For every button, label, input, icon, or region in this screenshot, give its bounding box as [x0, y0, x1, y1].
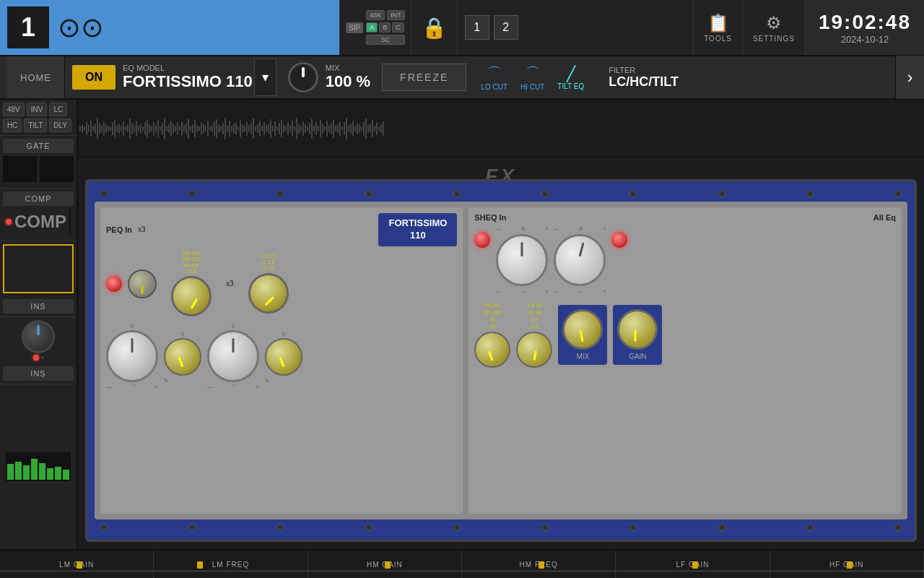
sheq-gain2-knob[interactable]	[554, 234, 606, 286]
screw	[806, 190, 814, 197]
hm-freq-thumb[interactable]	[539, 561, 544, 569]
tilt-button[interactable]: TILT	[24, 118, 47, 132]
wf-line	[244, 126, 245, 131]
level-meter	[6, 452, 71, 481]
wf-line	[199, 126, 200, 131]
wf-line	[324, 126, 326, 131]
b2-pos: +	[603, 289, 606, 295]
wf-line	[125, 126, 126, 131]
lm-freq-track	[154, 570, 307, 572]
wf-line	[175, 126, 176, 131]
peq-freq-knob[interactable]	[171, 276, 212, 316]
fortissimo-badge: FORTISSIMO 110	[378, 213, 457, 246]
wf-line	[240, 120, 241, 137]
sip-b-btn[interactable]: B	[379, 22, 391, 33]
lo-cut-button[interactable]: ⌒ LO CUT	[481, 64, 507, 91]
wf-line	[357, 123, 358, 134]
ins2-button[interactable]: INS	[3, 366, 74, 381]
wf-line	[79, 126, 81, 131]
top-bar: 1 ⊙⊙ SIP 48K INT A B C SC 🔒 1 2 📋 TOOLS …	[0, 0, 924, 56]
48v-button[interactable]: 48V	[3, 103, 25, 116]
tilt-eq-button[interactable]: ╱ TILT EQ	[557, 65, 584, 90]
peq-gain-knob[interactable]	[106, 330, 158, 382]
settings-button[interactable]: ⚙ SETTINGS	[742, 0, 805, 55]
hc-button[interactable]: HC	[3, 118, 22, 132]
wf-line	[166, 126, 167, 131]
hi-cut-icon: ⌒	[526, 64, 540, 83]
tools-label: TOOLS	[704, 35, 732, 43]
settings-label: SETTINGS	[753, 35, 795, 43]
lf-gain-thumb[interactable]	[692, 561, 698, 569]
bottom-meter-area	[0, 384, 77, 549]
sheq-gain-knob[interactable]	[614, 306, 661, 353]
sheq-led[interactable]	[474, 232, 490, 248]
sheq-freq2-knob[interactable]	[516, 332, 552, 368]
hf-gain-thumb[interactable]	[847, 561, 853, 569]
tools-button[interactable]: 📋 TOOLS	[693, 0, 742, 55]
peq-knob-yellow[interactable]	[128, 269, 157, 298]
home-button[interactable]: HOME	[7, 56, 65, 98]
mix-label: MIX	[326, 64, 370, 72]
sip-c-btn[interactable]: C	[392, 22, 404, 33]
bottom-screws-row	[95, 522, 907, 532]
sheq-freq2-area: 6.8 1015 184.73.3	[516, 302, 552, 368]
wf-line	[212, 125, 213, 132]
wf-line	[259, 121, 261, 137]
wf-line	[190, 126, 191, 131]
sheq-gain1-knob[interactable]	[496, 234, 548, 286]
screw	[100, 524, 108, 531]
next-button[interactable]: ›	[895, 56, 924, 99]
peq-led[interactable]	[106, 276, 122, 292]
ins1-button[interactable]: INS	[3, 299, 74, 314]
comp-led	[6, 219, 12, 225]
wf-line	[268, 124, 269, 134]
inv-button[interactable]: INV	[27, 103, 48, 116]
screw	[629, 190, 637, 197]
plus2-label: +	[256, 384, 259, 392]
comp-button[interactable]: COMP	[3, 191, 74, 206]
sc-badge: SC	[366, 35, 405, 45]
band2-bottom: — ⌣ +	[554, 289, 606, 295]
hm-gain-track	[308, 570, 461, 572]
channel-2-button[interactable]: 2	[494, 15, 518, 40]
peq-q-knob[interactable]	[164, 338, 201, 376]
wf-line	[160, 126, 161, 131]
mix-knob[interactable]	[288, 62, 318, 92]
wf-line	[337, 124, 339, 133]
peq-gain2-knob[interactable]	[207, 330, 259, 382]
wf-line	[374, 126, 375, 131]
gain-knob[interactable]	[22, 320, 55, 353]
wf-line	[372, 120, 373, 137]
peq-q2-knob[interactable]	[265, 338, 302, 376]
dly-button[interactable]: DLY	[49, 118, 71, 132]
gate-button[interactable]: GATE	[3, 139, 74, 153]
meter-bar-2	[15, 462, 22, 480]
all-eq-led[interactable]	[611, 232, 627, 248]
lm-gain-track	[0, 570, 153, 572]
wf-line	[352, 121, 354, 137]
gate-meter2	[40, 156, 74, 182]
peq-freq2-knob[interactable]	[243, 269, 293, 319]
sheq-mix-knob[interactable]	[562, 309, 603, 350]
yellow-box[interactable]	[3, 244, 74, 293]
lm-gain-thumb[interactable]	[77, 561, 82, 569]
screw	[894, 524, 902, 531]
q-wave: ∿	[164, 377, 169, 384]
wf-line	[205, 126, 206, 131]
lm-freq-thumb[interactable]	[197, 561, 203, 569]
hm-gain-thumb[interactable]	[385, 561, 391, 569]
sip-a-btn[interactable]: A	[366, 22, 378, 33]
screw	[276, 524, 284, 531]
channel-12-section: 1 2	[457, 0, 526, 55]
wf-line	[313, 125, 315, 132]
lc-button[interactable]: LC	[49, 103, 67, 116]
sheq-freq1-knob[interactable]	[474, 332, 510, 368]
wf-line	[142, 126, 144, 131]
q-range: 0	[181, 332, 184, 337]
on-button[interactable]: ON	[72, 65, 116, 90]
freeze-button[interactable]: FREEZE	[382, 64, 466, 91]
eq-model-dropdown[interactable]: ▾	[254, 59, 276, 96]
hm-gain-section: HM GAIN	[308, 551, 462, 578]
channel-1-button[interactable]: 1	[465, 15, 489, 40]
hi-cut-button[interactable]: ⌒ HI CUT	[520, 64, 544, 91]
